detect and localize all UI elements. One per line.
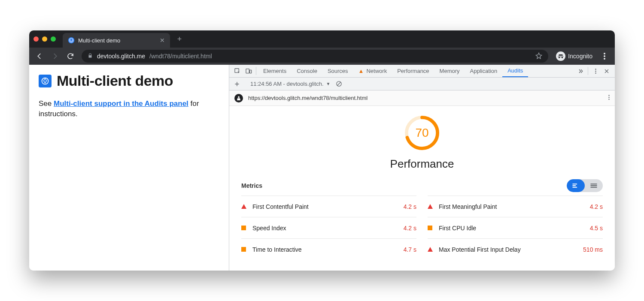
svg-point-2 bbox=[604, 55, 605, 57]
view-concise-button[interactable] bbox=[567, 179, 585, 192]
new-tab-button[interactable]: + bbox=[173, 33, 185, 45]
performance-gauge: 70 bbox=[404, 114, 440, 151]
metric-name: First Meaningful Paint bbox=[439, 203, 584, 210]
metrics-heading: Metrics bbox=[241, 182, 262, 189]
url-path: /wndt78/multiclient.html bbox=[149, 53, 212, 60]
incognito-icon bbox=[556, 51, 565, 61]
active-tab[interactable]: Multi-client demo ✕ bbox=[63, 33, 170, 48]
page-body: See Multi-client support in the Audits p… bbox=[39, 99, 219, 119]
metric-row[interactable]: First CPU Idle4.5 s bbox=[428, 217, 603, 238]
square-average-icon bbox=[241, 226, 246, 231]
bookmark-icon[interactable] bbox=[535, 52, 542, 60]
svg-point-13 bbox=[608, 97, 609, 98]
tab-network[interactable]: ▲Network bbox=[353, 65, 392, 77]
triangle-fail-icon bbox=[428, 204, 433, 209]
browser-toolbar: devtools.glitch.me/wndt78/multiclient.ht… bbox=[29, 48, 615, 65]
svg-point-14 bbox=[608, 99, 609, 99]
favicon-icon bbox=[68, 37, 75, 44]
svg-point-8 bbox=[595, 69, 596, 70]
svg-point-1 bbox=[604, 53, 605, 54]
audit-url-bar: https://devtools.glitch.me/wndt78/multic… bbox=[229, 90, 615, 106]
url-host: devtools.glitch.me bbox=[97, 53, 145, 60]
back-button[interactable] bbox=[33, 49, 46, 63]
devtools-close-button[interactable] bbox=[601, 65, 612, 77]
audits-toolbar: 11:24:56 AM - devtools.glitch. ▼ bbox=[229, 78, 615, 90]
metric-row[interactable]: First Contentful Paint4.2 s bbox=[241, 196, 416, 217]
metric-row[interactable]: Time to Interactive4.7 s bbox=[241, 238, 416, 260]
tab-memory[interactable]: Memory bbox=[434, 65, 465, 77]
performance-score: 70 bbox=[404, 114, 440, 151]
devtools-panel: Elements Console Sources ▲Network Perfor… bbox=[229, 65, 615, 271]
tab-audits[interactable]: Audits bbox=[502, 65, 528, 77]
audit-url: https://devtools.glitch.me/wndt78/multic… bbox=[248, 95, 368, 101]
tab-title: Multi-client demo bbox=[78, 37, 120, 44]
page-viewport: Multi-client demo See Multi-client suppo… bbox=[29, 65, 229, 271]
inspect-element-button[interactable] bbox=[232, 65, 243, 77]
lock-icon bbox=[88, 53, 93, 60]
incognito-indicator: Incognito bbox=[553, 51, 596, 61]
warning-icon: ▲ bbox=[358, 68, 364, 74]
audit-report: 70 Performance Metrics bbox=[229, 106, 615, 271]
reload-button[interactable] bbox=[64, 49, 77, 63]
incognito-label: Incognito bbox=[568, 53, 592, 60]
svg-rect-7 bbox=[250, 70, 252, 73]
metric-value: 4.2 s bbox=[590, 203, 603, 210]
page-title: Multi-client demo bbox=[57, 72, 173, 89]
metric-name: First CPU Idle bbox=[439, 225, 584, 232]
metric-value: 510 ms bbox=[583, 246, 603, 253]
chevron-down-icon: ▼ bbox=[326, 81, 331, 86]
metric-row[interactable]: Speed Index4.2 s bbox=[241, 217, 416, 238]
metric-name: Time to Interactive bbox=[252, 246, 398, 253]
performance-label: Performance bbox=[390, 157, 454, 171]
svg-point-10 bbox=[595, 72, 596, 74]
page-logo-icon bbox=[39, 75, 52, 87]
close-tab-button[interactable]: ✕ bbox=[160, 37, 165, 44]
metric-value: 4.5 s bbox=[590, 225, 603, 232]
svg-point-9 bbox=[595, 70, 596, 72]
devtools-menu-button[interactable] bbox=[590, 65, 601, 77]
new-audit-button[interactable] bbox=[233, 81, 241, 87]
metric-value: 4.2 s bbox=[404, 225, 416, 232]
metric-row[interactable]: Max Potential First Input Delay510 ms bbox=[428, 238, 603, 260]
metric-row[interactable]: First Meaningful Paint4.2 s bbox=[428, 196, 603, 217]
lighthouse-icon bbox=[234, 94, 243, 102]
clear-audit-button[interactable] bbox=[334, 81, 343, 87]
metric-value: 4.2 s bbox=[404, 203, 416, 210]
close-window-button[interactable] bbox=[33, 36, 39, 42]
minimize-window-button[interactable] bbox=[42, 36, 47, 42]
triangle-fail-icon bbox=[241, 204, 246, 209]
device-toolbar-button[interactable] bbox=[243, 65, 254, 77]
maximize-window-button[interactable] bbox=[51, 36, 56, 42]
tab-application[interactable]: Application bbox=[465, 65, 503, 77]
tab-sources[interactable]: Sources bbox=[322, 65, 353, 77]
tab-performance[interactable]: Performance bbox=[392, 65, 434, 77]
audit-url-menu-button[interactable] bbox=[608, 94, 610, 102]
metric-value: 4.7 s bbox=[404, 246, 416, 253]
page-link[interactable]: Multi-client support in the Audits panel bbox=[54, 99, 188, 108]
svg-rect-6 bbox=[246, 69, 249, 73]
view-expanded-button[interactable] bbox=[585, 179, 603, 192]
browser-window: Multi-client demo ✕ + devtools.glitch.me… bbox=[29, 30, 615, 271]
metrics-view-toggle[interactable] bbox=[567, 179, 603, 192]
more-tabs-button[interactable] bbox=[575, 65, 586, 77]
window-controls bbox=[33, 36, 56, 42]
svg-point-12 bbox=[608, 95, 609, 96]
tab-console[interactable]: Console bbox=[292, 65, 322, 77]
metrics-grid: First Contentful Paint4.2 sSpeed Index4.… bbox=[241, 196, 603, 260]
triangle-fail-icon bbox=[428, 247, 433, 252]
forward-button[interactable] bbox=[48, 49, 62, 63]
address-bar[interactable]: devtools.glitch.me/wndt78/multiclient.ht… bbox=[82, 50, 548, 63]
metric-name: Speed Index bbox=[252, 225, 398, 232]
square-average-icon bbox=[428, 226, 433, 231]
metric-name: First Contentful Paint bbox=[252, 203, 398, 210]
audit-report-dropdown[interactable]: 11:24:56 AM - devtools.glitch. ▼ bbox=[250, 81, 330, 87]
tab-elements[interactable]: Elements bbox=[258, 65, 292, 77]
square-average-icon bbox=[241, 247, 246, 252]
tab-strip: Multi-client demo ✕ + bbox=[29, 30, 615, 48]
svg-point-3 bbox=[604, 58, 605, 60]
content-area: Multi-client demo See Multi-client suppo… bbox=[29, 65, 615, 271]
audit-report-label: 11:24:56 AM - devtools.glitch. bbox=[250, 81, 324, 87]
metric-name: Max Potential First Input Delay bbox=[439, 246, 577, 253]
page-body-pre: See bbox=[39, 99, 54, 108]
browser-menu-button[interactable] bbox=[598, 49, 611, 63]
